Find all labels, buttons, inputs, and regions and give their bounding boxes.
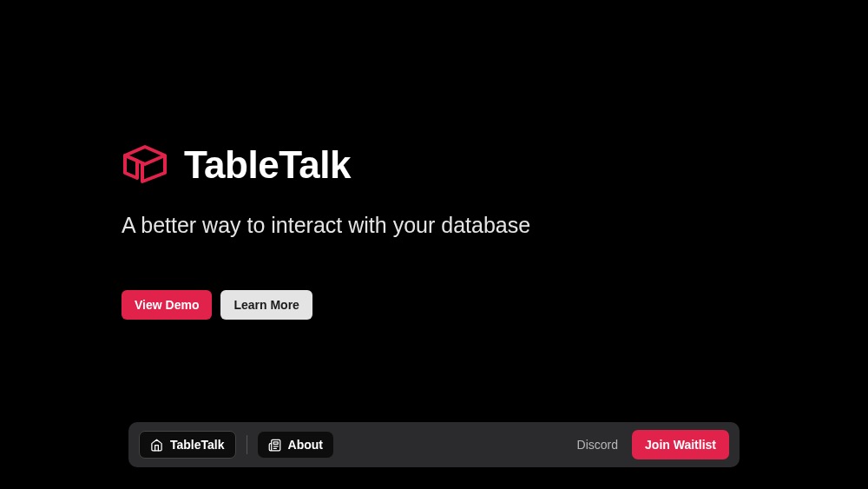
box-logo-icon	[122, 143, 168, 187]
nav-home-label: TableTalk	[170, 438, 225, 452]
nav-divider	[247, 435, 247, 454]
join-waitlist-button[interactable]: Join Waitlist	[632, 430, 729, 459]
nav-left: TableTalk About	[139, 431, 333, 459]
logo-row: TableTalk	[122, 143, 530, 187]
learn-more-button[interactable]: Learn More	[220, 290, 312, 320]
tagline: A better way to interact with your datab…	[122, 213, 530, 238]
nav-about[interactable]: About	[258, 432, 333, 458]
cta-row: View Demo Learn More	[122, 290, 530, 320]
discord-link[interactable]: Discord	[577, 438, 618, 452]
news-icon	[268, 439, 281, 452]
hero-section: TableTalk A better way to interact with …	[122, 143, 530, 320]
home-icon	[150, 439, 163, 452]
bottom-nav: TableTalk About Discord Join Waitlist	[128, 422, 740, 467]
nav-home[interactable]: TableTalk	[139, 431, 236, 459]
view-demo-button[interactable]: View Demo	[122, 290, 212, 320]
nav-right: Discord Join Waitlist	[577, 430, 729, 459]
nav-about-label: About	[288, 438, 323, 452]
brand-name: TableTalk	[184, 143, 351, 187]
